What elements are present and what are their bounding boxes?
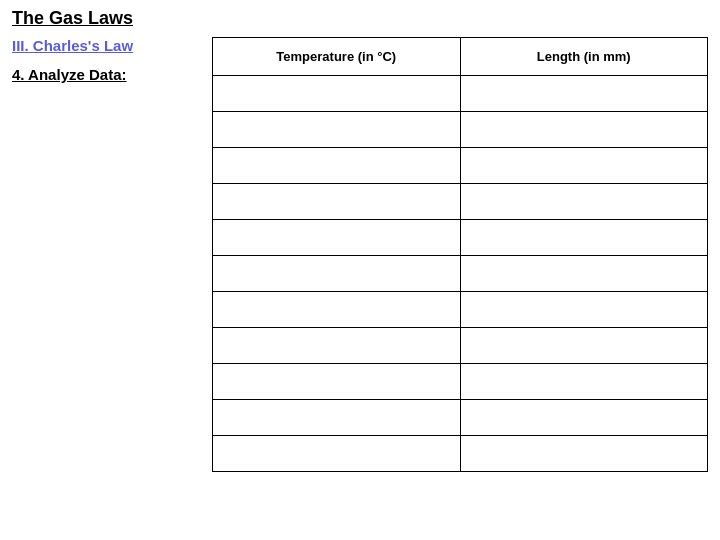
length-cell[interactable] xyxy=(460,184,708,220)
temperature-cell[interactable] xyxy=(213,148,461,184)
temperature-cell[interactable] xyxy=(213,436,461,472)
temperature-cell[interactable] xyxy=(213,400,461,436)
length-cell[interactable] xyxy=(460,328,708,364)
analyze-label: 4. Analyze Data: xyxy=(12,66,202,83)
length-cell[interactable] xyxy=(460,148,708,184)
table-row xyxy=(213,220,708,256)
length-cell[interactable] xyxy=(460,292,708,328)
table-row xyxy=(213,112,708,148)
table-row xyxy=(213,76,708,112)
table-row xyxy=(213,436,708,472)
temperature-cell[interactable] xyxy=(213,328,461,364)
data-table: Temperature (in °C) Length (in mm) xyxy=(212,37,708,472)
page-title: The Gas Laws xyxy=(12,8,708,29)
temperature-cell[interactable] xyxy=(213,112,461,148)
table-row xyxy=(213,184,708,220)
temperature-cell[interactable] xyxy=(213,292,461,328)
length-cell[interactable] xyxy=(460,436,708,472)
col-header-length: Length (in mm) xyxy=(460,38,708,76)
length-cell[interactable] xyxy=(460,76,708,112)
table-row xyxy=(213,400,708,436)
length-cell[interactable] xyxy=(460,400,708,436)
length-cell[interactable] xyxy=(460,364,708,400)
temperature-cell[interactable] xyxy=(213,364,461,400)
table-row xyxy=(213,148,708,184)
table-row xyxy=(213,364,708,400)
section-title: III. Charles's Law xyxy=(12,37,202,54)
length-cell[interactable] xyxy=(460,220,708,256)
table-row xyxy=(213,292,708,328)
table-row xyxy=(213,256,708,292)
col-header-temperature: Temperature (in °C) xyxy=(213,38,461,76)
temperature-cell[interactable] xyxy=(213,220,461,256)
table-row xyxy=(213,328,708,364)
temperature-cell[interactable] xyxy=(213,256,461,292)
length-cell[interactable] xyxy=(460,112,708,148)
temperature-cell[interactable] xyxy=(213,184,461,220)
temperature-cell[interactable] xyxy=(213,76,461,112)
length-cell[interactable] xyxy=(460,256,708,292)
